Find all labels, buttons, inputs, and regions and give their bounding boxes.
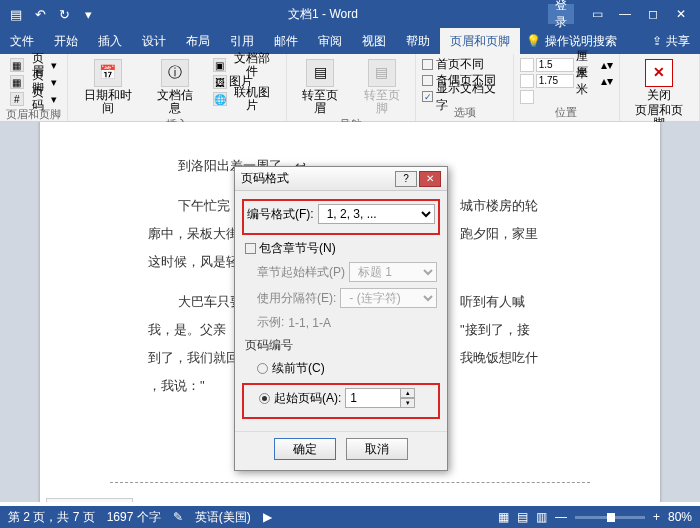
dialog-titlebar[interactable]: 页码格式 ? ✕ bbox=[235, 167, 447, 191]
docparts-button[interactable]: ▣文档部件 bbox=[209, 57, 280, 73]
body-text: 城市楼房的轮 bbox=[460, 192, 538, 221]
onlinepic-button[interactable]: 🌐联机图片 bbox=[209, 91, 280, 107]
group-insert: 📅日期和时间 ⓘ文档信息 ▣文档部件 🖼图片 🌐联机图片 插入 bbox=[68, 54, 286, 121]
group-label: 位置 bbox=[520, 105, 613, 120]
start-at-radio[interactable]: 起始页码(A): ▴▾ bbox=[259, 388, 435, 408]
view-web-icon[interactable]: ▥ bbox=[536, 510, 547, 524]
chapter-style-select: 标题 1 bbox=[349, 262, 437, 282]
tab-header-footer[interactable]: 页眉和页脚 bbox=[440, 28, 520, 54]
tab-view[interactable]: 视图 bbox=[352, 28, 396, 54]
tab-layout[interactable]: 布局 bbox=[176, 28, 220, 54]
bottom-icon bbox=[520, 74, 534, 88]
pagenum-group-label: 页码编号 bbox=[245, 337, 437, 354]
view-read-icon[interactable]: ▤ bbox=[517, 510, 528, 524]
continue-radio[interactable]: 续前节(C) bbox=[257, 360, 437, 377]
titlebar: ▤ ↶ ↻ ▾ 文档1 - Word 登录 ▭ — ◻ ✕ bbox=[0, 0, 700, 28]
example-value: 1-1, 1-A bbox=[288, 316, 331, 330]
tab-review[interactable]: 审阅 bbox=[308, 28, 352, 54]
footer-icon: ▦ bbox=[10, 75, 24, 89]
statusbar: 第 2 页，共 7 页 1697 个字 ✎ 英语(美国) ▶ ▦ ▤ ▥ — +… bbox=[0, 506, 700, 528]
docinfo-icon: ⓘ bbox=[161, 59, 189, 87]
page-number-format-dialog: 页码格式 ? ✕ 编号格式(F): 1, 2, 3, ... 包含章节号(N) … bbox=[234, 166, 448, 471]
gotoheader-icon: ▤ bbox=[306, 59, 334, 87]
tab-help[interactable]: 帮助 bbox=[396, 28, 440, 54]
example-label: 示例: bbox=[257, 314, 284, 331]
start-at-spinner[interactable]: ▴▾ bbox=[345, 388, 415, 408]
tab-home[interactable]: 开始 bbox=[44, 28, 88, 54]
zoom-out-icon[interactable]: — bbox=[555, 510, 567, 524]
body-text: 廓中，呆板大街 bbox=[148, 220, 239, 249]
highlight-box: 编号格式(F): 1, 2, 3, ... bbox=[242, 199, 440, 235]
gotofooter-button[interactable]: ▤转至页脚 bbox=[354, 57, 409, 117]
lightbulb-icon: 💡 bbox=[526, 34, 541, 48]
dialog-title: 页码格式 bbox=[241, 170, 289, 187]
body-text: 到了，我们就回 bbox=[148, 344, 239, 373]
showtext-checkbox[interactable]: ✓显示文档文字 bbox=[422, 89, 507, 104]
docparts-icon: ▣ bbox=[213, 58, 227, 72]
window-title: 文档1 - Word bbox=[98, 6, 548, 23]
close-icon[interactable]: ✕ bbox=[668, 4, 694, 24]
tab-design[interactable]: 设计 bbox=[132, 28, 176, 54]
share-button[interactable]: ⇪共享 bbox=[642, 33, 700, 50]
group-header-footer: ▦页眉 ▾ ▦页脚 ▾ #页码 ▾ 页眉和页脚 bbox=[0, 54, 68, 121]
undo-icon[interactable]: ↶ bbox=[30, 4, 50, 24]
cancel-button[interactable]: 取消 bbox=[346, 438, 408, 460]
header-icon: ▦ bbox=[10, 58, 24, 72]
tab-insert[interactable]: 插入 bbox=[88, 28, 132, 54]
ribbon: ▦页眉 ▾ ▦页脚 ▾ #页码 ▾ 页眉和页脚 📅日期和时间 ⓘ文档信息 ▣文档… bbox=[0, 54, 700, 122]
header-top-input[interactable]: 厘米▴▾ bbox=[520, 57, 613, 72]
separator-label: 使用分隔符(E): bbox=[257, 290, 336, 307]
qat-more-icon[interactable]: ▾ bbox=[78, 4, 98, 24]
number-format-label: 编号格式(F): bbox=[247, 206, 314, 223]
tell-me[interactable]: 💡操作说明搜索 bbox=[526, 33, 617, 50]
language[interactable]: 英语(美国) bbox=[195, 509, 251, 526]
spellcheck-icon[interactable]: ✎ bbox=[173, 510, 183, 524]
gotoheader-button[interactable]: ▤转至页眉 bbox=[293, 57, 348, 117]
macro-icon[interactable]: ▶ bbox=[263, 510, 272, 524]
footer-bottom-input[interactable]: 厘米▴▾ bbox=[520, 73, 613, 88]
chapter-style-label: 章节起始样式(P) bbox=[257, 264, 345, 281]
group-close: ✕关闭页眉和页脚 关闭 bbox=[620, 54, 700, 121]
tab-mailings[interactable]: 邮件 bbox=[264, 28, 308, 54]
save-icon[interactable]: ▤ bbox=[6, 4, 26, 24]
body-text: ，我说：" bbox=[148, 372, 205, 401]
window-buttons: 登录 ▭ — ◻ ✕ bbox=[548, 4, 694, 24]
include-chapter-checkbox[interactable]: 包含章节号(N) bbox=[245, 241, 437, 256]
body-text: 跑夕阳，家里 bbox=[460, 220, 538, 249]
firstpage-diff-checkbox[interactable]: 首页不同 bbox=[422, 57, 507, 72]
pagenum-button[interactable]: #页码 ▾ bbox=[6, 91, 61, 107]
dialog-close-icon[interactable]: ✕ bbox=[419, 171, 441, 187]
body-text: 我晚饭想吃什 bbox=[460, 344, 538, 373]
pagenum-icon: # bbox=[10, 92, 24, 106]
word-count[interactable]: 1697 个字 bbox=[107, 509, 161, 526]
ribbon-options-icon[interactable]: ▭ bbox=[584, 4, 610, 24]
zoom-in-icon[interactable]: + bbox=[653, 510, 660, 524]
quick-access-toolbar: ▤ ↶ ↻ ▾ bbox=[6, 4, 98, 24]
maximize-icon[interactable]: ◻ bbox=[640, 4, 666, 24]
close-x-icon: ✕ bbox=[645, 59, 673, 87]
gotofooter-icon: ▤ bbox=[368, 59, 396, 87]
redo-icon[interactable]: ↻ bbox=[54, 4, 74, 24]
calendar-icon: 📅 bbox=[94, 59, 122, 87]
number-format-select[interactable]: 1, 2, 3, ... bbox=[318, 204, 435, 224]
start-at-label: 起始页码(A): bbox=[274, 390, 341, 407]
zoom-level[interactable]: 80% bbox=[668, 510, 692, 524]
dialog-help-icon[interactable]: ? bbox=[395, 171, 417, 187]
datetime-button[interactable]: 📅日期和时间 bbox=[74, 57, 141, 117]
top-icon bbox=[520, 58, 534, 72]
group-label: 选项 bbox=[422, 105, 507, 120]
ok-button[interactable]: 确定 bbox=[274, 438, 336, 460]
tab-icon bbox=[520, 90, 534, 104]
onlinepic-icon: 🌐 bbox=[213, 92, 227, 106]
login-button[interactable]: 登录 bbox=[548, 4, 574, 24]
minimize-icon[interactable]: — bbox=[612, 4, 638, 24]
share-icon: ⇪ bbox=[652, 34, 662, 48]
body-text: 我，是。父亲 bbox=[148, 316, 226, 345]
docinfo-button[interactable]: ⓘ文档信息 bbox=[147, 57, 202, 117]
zoom-slider[interactable] bbox=[575, 516, 645, 519]
group-position: 厘米▴▾ 厘米▴▾ 位置 bbox=[514, 54, 620, 121]
page-count[interactable]: 第 2 页，共 7 页 bbox=[8, 509, 95, 526]
insert-tab-button[interactable] bbox=[520, 89, 613, 104]
body-text: 这时候，风是轻 bbox=[148, 248, 239, 277]
view-print-icon[interactable]: ▦ bbox=[498, 510, 509, 524]
